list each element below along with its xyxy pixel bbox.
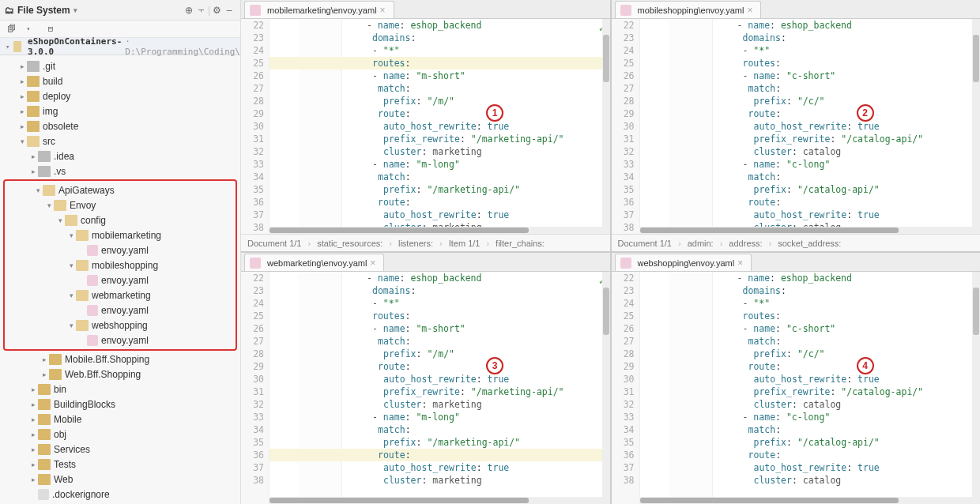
code-line[interactable]: prefix: "/marketing-api/"	[270, 436, 610, 449]
chevron-icon[interactable]: ▸	[17, 77, 27, 85]
tree-file[interactable]: envoy.yaml	[5, 303, 236, 318]
code-line[interactable]: prefix: "/c/"	[640, 348, 981, 360]
code-line[interactable]: match:	[270, 171, 610, 183]
code-line[interactable]: routes:	[640, 310, 981, 322]
chevron-icon[interactable]: ▾	[66, 261, 76, 269]
code-line[interactable]: auto_host_rewrite: true	[270, 209, 610, 221]
minimize-icon[interactable]: –	[223, 4, 236, 17]
breadcrumb-item[interactable]: Document 1/1	[618, 239, 672, 248]
scrollbar-thumb[interactable]	[270, 228, 529, 233]
code-line[interactable]: - name: "c-long"	[640, 158, 981, 171]
chevron-icon[interactable]: ▸	[28, 431, 38, 438]
chevron-icon[interactable]: ▸	[17, 62, 27, 70]
tree-file[interactable]: envoy.yaml	[5, 243, 236, 258]
code-line[interactable]: route:	[270, 360, 610, 373]
tree-folder[interactable]: ▸bin	[0, 382, 240, 397]
code-line[interactable]: match:	[270, 82, 610, 95]
code-line[interactable]: - name: "m-long"	[270, 411, 610, 423]
tree-folder[interactable]: ▾config	[5, 213, 236, 228]
code-area[interactable]: 2223242526272829303132333435363738- name…	[241, 19, 610, 234]
editor-tab[interactable]: mobileshopping\envoy.yaml×	[615, 1, 762, 18]
code-line[interactable]: match:	[640, 171, 981, 183]
tree-folder[interactable]: ▾mobilemarketing	[5, 228, 236, 243]
chevron-icon[interactable]: ▾	[66, 291, 76, 299]
code-line[interactable]: auto_host_rewrite: true	[640, 373, 981, 386]
tree-folder[interactable]: ▸.git	[0, 58, 240, 73]
chevron-icon[interactable]: ▸	[28, 167, 38, 175]
code-line[interactable]: - name: eshop_backend	[270, 19, 610, 32]
code-line[interactable]: match:	[270, 423, 610, 436]
chevron-icon[interactable]: ▸	[17, 122, 27, 130]
project-root[interactable]: ▾ eShopOnContainers-3.0.0 · D:\Programmi…	[0, 38, 240, 55]
code-line[interactable]: prefix: "/catalog-api/"	[640, 436, 981, 449]
scrollbar-vertical[interactable]	[972, 272, 980, 504]
code-line[interactable]: - "*"	[640, 44, 981, 57]
chevron-icon[interactable]: ▸	[40, 355, 49, 363]
code-line[interactable]: route:	[640, 107, 981, 120]
code-line[interactable]: route:	[640, 360, 981, 373]
chevron-icon[interactable]: ▾	[44, 201, 54, 209]
tree-folder[interactable]: ▸BuildingBlocks	[0, 397, 240, 412]
breadcrumb-item[interactable]: Document 1/1	[247, 239, 301, 248]
code-line[interactable]: - name: "c-short"	[640, 322, 981, 335]
tree-folder[interactable]: ▸Tests	[0, 457, 240, 472]
tree-file[interactable]: envoy.yaml	[5, 273, 236, 288]
tree-folder[interactable]: ▾src	[0, 134, 240, 149]
tree-file[interactable]: .dockerignore	[0, 487, 240, 502]
code-line[interactable]: prefix_rewrite: "/marketing-api/"	[270, 386, 610, 398]
tree-folder[interactable]: ▸Mobile.Bff.Shopping	[0, 352, 240, 367]
scrollbar-thumb[interactable]	[640, 498, 899, 503]
tree-folder[interactable]: ▾ApiGateways	[5, 182, 236, 197]
scrollbar-vertical[interactable]	[602, 272, 610, 504]
filter-icon[interactable]: 🗐	[5, 23, 17, 36]
code-line[interactable]: route:	[270, 196, 610, 209]
close-icon[interactable]: ×	[380, 5, 386, 16]
tree-folder[interactable]: ▸Services	[0, 442, 240, 457]
code-line[interactable]: routes:	[270, 310, 610, 322]
tree-folder[interactable]: ▾webshopping	[5, 318, 236, 333]
code-line[interactable]: prefix_rewrite: "/marketing-api/"	[270, 133, 610, 145]
code-line[interactable]: auto_host_rewrite: true	[640, 461, 981, 474]
breadcrumb-item[interactable]: socket_address:	[778, 239, 841, 248]
code-line[interactable]: match:	[640, 335, 981, 348]
code-line[interactable]: auto_host_rewrite: true	[270, 120, 610, 133]
chevron-icon[interactable]: ▸	[28, 152, 38, 160]
tree-folder[interactable]: ▸Mobile	[0, 412, 240, 427]
breadcrumb[interactable]: Document 1/1›admin:›address:›socket_addr…	[612, 234, 981, 251]
tree-folder[interactable]: ▸build	[0, 73, 240, 88]
breadcrumb[interactable]: Document 1/1›static_resources:›listeners…	[241, 234, 610, 251]
chevron-icon[interactable]: ▾	[66, 231, 76, 239]
code-line[interactable]: prefix: "/m/"	[270, 95, 610, 107]
code-line[interactable]: cluster: marketing	[270, 474, 610, 487]
code-area[interactable]: 2223242526272829303132333435363738- name…	[241, 272, 610, 504]
code-line[interactable]: route:	[640, 449, 981, 461]
chevron-icon[interactable]: ▸	[28, 461, 38, 468]
scrollbar-thumb[interactable]	[270, 498, 529, 503]
chevron-icon[interactable]: ▸	[28, 386, 38, 393]
chevron-icon[interactable]: ▾	[17, 137, 27, 145]
tree-folder[interactable]: ▸img	[0, 103, 240, 118]
scrollbar-thumb[interactable]	[640, 228, 899, 233]
code-line[interactable]: route:	[270, 107, 610, 120]
chevron-icon[interactable]: ▸	[28, 401, 38, 408]
editor-tab[interactable]: webshopping\envoy.yaml×	[615, 254, 752, 271]
code-line[interactable]: cluster: marketing	[270, 398, 610, 411]
editor-tab[interactable]: webmarketing\envoy.yaml×	[244, 254, 384, 271]
scrollbar-thumb[interactable]	[973, 288, 979, 335]
code-line[interactable]: routes:	[640, 57, 981, 70]
code-line[interactable]: auto_host_rewrite: true	[270, 461, 610, 474]
scrollbar-horizontal[interactable]	[640, 497, 973, 504]
tree-folder[interactable]: ▸obsolete	[0, 118, 240, 134]
code-line[interactable]: match:	[640, 423, 981, 436]
code-line[interactable]: route:	[640, 196, 981, 209]
code-line[interactable]: - name: "m-short"	[270, 70, 610, 82]
code-line[interactable]: - "*"	[640, 297, 981, 310]
target-icon[interactable]: ⊕	[183, 4, 195, 17]
code-line[interactable]: cluster: catalog	[640, 474, 981, 487]
code-line[interactable]: prefix: "/catalog-api/"	[640, 183, 981, 196]
chevron-icon[interactable]: ▸	[28, 476, 38, 483]
tree-folder[interactable]: ▸deploy	[0, 88, 240, 103]
code-line[interactable]: auto_host_rewrite: true	[640, 209, 981, 221]
close-icon[interactable]: ×	[747, 5, 752, 16]
code-line[interactable]: prefix: "/c/"	[640, 95, 981, 107]
